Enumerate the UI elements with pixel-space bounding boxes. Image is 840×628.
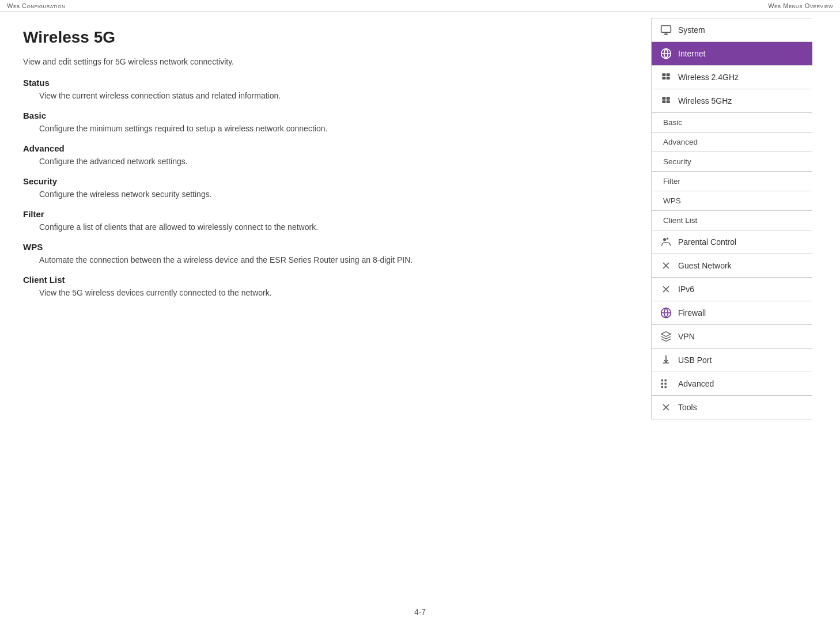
section-heading-advanced: Advanced [23, 143, 628, 153]
sidebar-item-firewall[interactable]: Firewall [652, 301, 812, 325]
sidebar-item-tools[interactable]: Tools [652, 396, 812, 419]
sidebar-label-usb-port: USB Port [678, 355, 712, 365]
wifi-icon [660, 94, 672, 107]
section-heading-filter: Filter [23, 209, 628, 219]
header-left: Web Configuration [7, 2, 65, 9]
wifi-icon [660, 71, 672, 84]
sidebar-item-wireless-5[interactable]: Wireless 5GHz [652, 89, 812, 113]
sidebar-item-filter[interactable]: Filter [652, 172, 812, 191]
sidebar-item-advanced-menu[interactable]: Advanced [652, 372, 812, 396]
section-desc-advanced: Configure the advanced network settings. [39, 157, 628, 166]
tools-icon [660, 401, 672, 414]
sidebar-label-internet: Internet [678, 49, 705, 58]
section-desc-security: Configure the wireless network security … [39, 190, 628, 199]
header-right: Web Menus Overview [768, 2, 833, 9]
section-desc-status: View the current wireless connection sta… [39, 91, 628, 100]
sidebar-item-internet[interactable]: Internet [652, 42, 812, 66]
sidebar-label-parental-control: Parental Control [678, 237, 736, 247]
sidebar-item-client-list[interactable]: Client List [652, 211, 812, 230]
svg-rect-7 [662, 77, 665, 80]
section-heading-client list: Client List [23, 275, 628, 285]
page-header: Web Configuration Web Menus Overview [0, 0, 840, 12]
section-desc-wps: Automate the connection between the a wi… [39, 255, 628, 264]
section-heading-basic: Basic [23, 111, 628, 120]
svg-rect-22 [661, 383, 663, 384]
svg-rect-21 [661, 380, 663, 381]
sidebar-label-tools: Tools [678, 403, 697, 412]
sidebar-item-ipv6[interactable]: IPv6 [652, 278, 812, 301]
page-footer: 4-7 [0, 607, 840, 616]
svg-rect-11 [662, 100, 665, 103]
sidebar-item-guest-network[interactable]: Guest Network [652, 254, 812, 278]
svg-rect-6 [667, 73, 670, 76]
svg-point-14 [667, 238, 668, 240]
firewall-icon [660, 307, 672, 319]
sidebar-label-ipv6: IPv6 [678, 285, 694, 294]
sidebar-label-advanced: Advanced [663, 138, 698, 146]
svg-point-13 [663, 238, 666, 241]
section-heading-security: Security [23, 176, 628, 186]
svg-rect-5 [662, 73, 665, 76]
sidebar-label-basic: Basic [663, 118, 682, 127]
sidebar-item-vpn[interactable]: VPN [652, 325, 812, 349]
sidebar-label-client-list: Client List [663, 216, 697, 225]
sidebar-label-firewall: Firewall [678, 308, 706, 317]
sidebar-item-wireless-24[interactable]: Wireless 2.4GHz [652, 66, 812, 89]
svg-rect-0 [661, 26, 671, 33]
section-desc-filter: Configure a list of clients that are all… [39, 222, 628, 232]
section-heading-status: Status [23, 78, 628, 88]
sidebar-item-usb-port[interactable]: USB Port [652, 349, 812, 372]
monitor-icon [660, 24, 672, 36]
sidebar-label-guest-network: Guest Network [678, 261, 732, 270]
globe-icon [660, 47, 672, 60]
sidebar-label-wps: WPS [663, 196, 681, 205]
sidebar-item-basic[interactable]: Basic [652, 113, 812, 133]
guest-icon [660, 259, 672, 272]
svg-rect-9 [662, 97, 665, 100]
vpn-icon [660, 330, 672, 343]
ipv6-icon [660, 283, 672, 296]
svg-rect-8 [667, 77, 670, 80]
sidebar-label-vpn: VPN [678, 332, 695, 341]
sidebar-item-system[interactable]: System [652, 18, 812, 42]
svg-rect-10 [667, 97, 670, 100]
sidebar-label-system: System [678, 25, 705, 35]
section-desc-client list: View the 5G wireless devices currently c… [39, 288, 628, 297]
page-title: Wireless 5G [23, 28, 628, 47]
sections-container: StatusView the current wireless connecti… [23, 78, 628, 297]
content-area: Wireless 5G View and edit settings for 5… [0, 12, 651, 419]
main-layout: Wireless 5G View and edit settings for 5… [0, 12, 840, 419]
svg-rect-24 [665, 380, 667, 381]
sidebar-label-filter: Filter [663, 177, 680, 186]
advanced-icon [660, 377, 672, 390]
svg-rect-26 [665, 386, 667, 388]
sidebar-label-security: Security [663, 157, 691, 166]
sidebar-label-wireless-24: Wireless 2.4GHz [678, 73, 739, 82]
parental-icon [660, 236, 672, 248]
svg-rect-23 [661, 386, 663, 388]
sidebar-item-parental-control[interactable]: Parental Control [652, 230, 812, 254]
svg-rect-12 [667, 100, 670, 103]
sidebar-item-security[interactable]: Security [652, 152, 812, 172]
svg-rect-25 [665, 383, 667, 384]
sidebar-item-advanced[interactable]: Advanced [652, 133, 812, 152]
usb-icon [660, 354, 672, 366]
sidebar-item-wps[interactable]: WPS [652, 191, 812, 211]
section-desc-basic: Configure the minimum settings required … [39, 124, 628, 133]
sidebar-container: SystemInternetWireless 2.4GHzWireless 5G… [652, 18, 812, 419]
sidebar-label-wireless-5: Wireless 5GHz [678, 96, 732, 105]
section-heading-wps: WPS [23, 242, 628, 252]
sidebar-label-advanced-menu: Advanced [678, 379, 714, 388]
sidebar: SystemInternetWireless 2.4GHzWireless 5G… [651, 18, 812, 419]
intro-text: View and edit settings for 5G wireless n… [23, 57, 628, 66]
